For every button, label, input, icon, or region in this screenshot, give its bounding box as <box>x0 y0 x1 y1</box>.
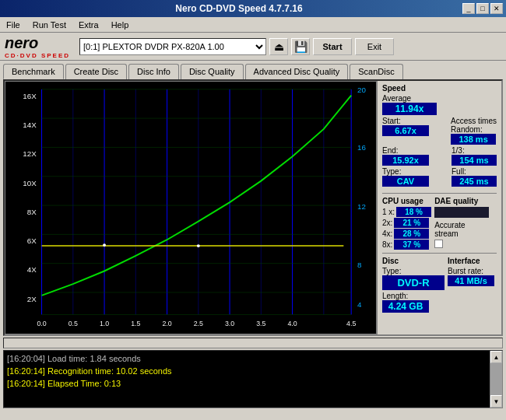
random-value: 138 ms <box>451 134 496 145</box>
burst-label: Burst rate: <box>448 267 494 275</box>
type-label: Type: <box>382 167 429 176</box>
svg-point-35 <box>197 244 200 247</box>
chart-area: 16X 14X 12X 10X 8X 6X 4X 2X <box>5 81 377 334</box>
end-label: End: <box>382 146 429 155</box>
chart-svg: 16X 14X 12X 10X 8X 6X 4X 2X <box>5 82 376 334</box>
cpu-8x-value: 37 % <box>394 240 429 250</box>
speed-section: Speed Average 11.94x Start: 6.67x Access… <box>382 84 497 187</box>
accurate-stream-checkbox[interactable] <box>434 240 443 248</box>
start-label: Start: <box>382 117 429 125</box>
average-value: 11.94x <box>382 103 437 115</box>
interface-section: Interface Burst rate: 41 MB/s <box>448 257 494 313</box>
log-line-1: [16:20:04] Load time: 1.84 seconds <box>7 352 487 365</box>
title-bar: Nero CD-DVD Speed 4.7.7.16 _ □ ✕ <box>0 0 506 17</box>
disc-length-value: 4.24 GB <box>382 300 429 313</box>
disc-interface-section: Disc Type: DVD-R Length: 4.24 GB Interfa… <box>382 257 497 313</box>
logo: nero CD·DVD SPEED <box>5 34 70 59</box>
interface-title: Interface <box>448 257 494 265</box>
window-title: Nero CD-DVD Speed 4.7.7.16 <box>16 3 462 14</box>
tab-create-disc[interactable]: Create Disc <box>65 64 127 79</box>
disc-section: Disc Type: DVD-R Length: 4.24 GB <box>382 257 445 313</box>
progress-bar <box>3 338 503 348</box>
svg-text:10X: 10X <box>23 179 37 187</box>
tab-bar: Benchmark Create Disc Disc Info Disc Qua… <box>0 61 506 79</box>
svg-text:14X: 14X <box>23 121 37 129</box>
tab-disc-quality[interactable]: Disc Quality <box>181 64 244 79</box>
svg-point-34 <box>103 243 106 247</box>
log-time-2: [16:20:14] <box>7 366 45 376</box>
menu-file[interactable]: File <box>3 19 23 31</box>
right-panel: Speed Average 11.94x Start: 6.67x Access… <box>377 81 501 334</box>
disc-type-value: DVD-R <box>382 275 445 290</box>
svg-text:0.5: 0.5 <box>69 320 78 327</box>
accurate-stream-checkbox-row <box>434 240 489 248</box>
end-value: 15.92x <box>382 155 429 166</box>
svg-text:4: 4 <box>357 300 362 309</box>
divider-2 <box>382 253 497 254</box>
scroll-down-button[interactable]: ▼ <box>490 395 502 408</box>
svg-text:6X: 6X <box>27 236 37 245</box>
cpu-4x-label: 4x: <box>382 229 392 238</box>
svg-text:4.5: 4.5 <box>346 320 356 327</box>
maximize-button[interactable]: □ <box>476 3 489 14</box>
eject-button[interactable]: ⏏ <box>269 38 288 55</box>
start-value: 6.67x <box>382 125 429 136</box>
stream-label: stream <box>434 229 489 238</box>
burst-value: 41 MB/s <box>448 275 494 286</box>
log-time-3: [16:20:14] <box>7 379 45 388</box>
log-line-3: [16:20:14] Elapsed Time: 0:13 <box>7 377 487 390</box>
log-line-2: [16:20:14] Recognition time: 10.02 secon… <box>7 365 487 377</box>
disc-title: Disc <box>382 257 445 265</box>
cpu-8x-label: 8x: <box>382 240 392 249</box>
svg-text:16: 16 <box>357 143 366 152</box>
cpu-section: CPU usage 1 x: 18 % 2x: 21 % 4x: 28 % 8x… <box>382 197 431 250</box>
svg-text:12: 12 <box>357 202 366 211</box>
full-value: 245 ms <box>452 176 497 187</box>
save-button[interactable]: 💾 <box>291 38 310 55</box>
tab-scandisc[interactable]: ScanDisc <box>350 64 402 79</box>
svg-text:16X: 16X <box>23 92 37 100</box>
close-button[interactable]: ✕ <box>490 3 503 14</box>
cpu-1x-value: 18 % <box>396 207 431 217</box>
full-label: Full: <box>452 167 497 176</box>
disc-type-label: Type: <box>382 267 445 275</box>
log-text-3: Elapsed Time: 0:13 <box>47 379 121 388</box>
tab-disc-info[interactable]: Disc Info <box>128 64 179 79</box>
one-third-label: 1/3: <box>452 146 497 155</box>
accurate-label: Accurate <box>434 221 489 229</box>
speed-title: Speed <box>382 84 497 93</box>
cpu-2x-value: 21 % <box>394 218 429 228</box>
svg-text:1.5: 1.5 <box>131 320 140 327</box>
dae-section: DAE quality Accurate stream <box>434 197 489 250</box>
logo-subtitle: CD·DVD SPEED <box>5 52 70 59</box>
type-value: CAV <box>382 176 429 187</box>
access-title: Access times <box>451 117 497 125</box>
svg-text:2X: 2X <box>27 295 37 303</box>
dae-bar <box>434 207 489 218</box>
tab-benchmark[interactable]: Benchmark <box>3 64 64 79</box>
menu-extra[interactable]: Extra <box>76 19 102 31</box>
start-button[interactable]: Start <box>313 38 352 55</box>
minimize-button[interactable]: _ <box>462 3 475 14</box>
window-controls[interactable]: _ □ ✕ <box>462 3 503 14</box>
svg-text:4X: 4X <box>27 265 37 274</box>
svg-text:1.0: 1.0 <box>100 320 109 327</box>
exit-button[interactable]: Exit <box>355 38 394 55</box>
menu-run-test[interactable]: Run Test <box>30 19 69 31</box>
scroll-up-button[interactable]: ▲ <box>490 351 502 363</box>
toolbar: nero CD·DVD SPEED [0:1] PLEXTOR DVDR PX-… <box>0 33 506 61</box>
log-text-2: Recognition time: 10.02 seconds <box>47 366 172 376</box>
svg-text:2.0: 2.0 <box>162 320 171 327</box>
cpu-1x-label: 1 x: <box>382 208 395 216</box>
drive-select[interactable]: [0:1] PLEXTOR DVDR PX-820A 1.00 <box>79 38 266 55</box>
log-text-1: Load time: 1.84 seconds <box>47 354 141 363</box>
tab-advanced-disc-quality[interactable]: Advanced Disc Quality <box>245 64 349 79</box>
menu-help[interactable]: Help <box>108 19 132 31</box>
random-label: Random: <box>451 125 497 134</box>
log-time-1: [16:20:04] <box>7 354 45 363</box>
main-content: 16X 14X 12X 10X 8X 6X 4X 2X <box>3 79 503 336</box>
svg-text:3.5: 3.5 <box>256 320 265 327</box>
scroll-track[interactable] <box>490 363 502 395</box>
dae-title: DAE quality <box>434 197 489 205</box>
average-label: Average <box>382 94 497 103</box>
